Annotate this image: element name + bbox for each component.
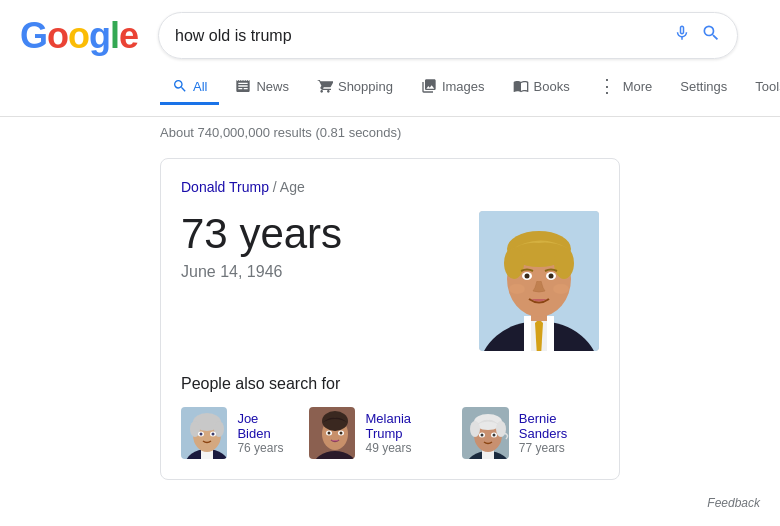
age-number: 73 years <box>181 211 342 257</box>
nav-item-books[interactable]: Books <box>501 70 582 105</box>
svg-point-13 <box>549 274 554 279</box>
breadcrumb-separator: / <box>273 179 280 195</box>
melania-info: Melania Trump 49 years <box>365 411 442 455</box>
nav-item-all[interactable]: All <box>160 70 219 105</box>
search-bar <box>158 12 738 59</box>
bernie-photo <box>462 407 509 459</box>
nav-item-images[interactable]: Images <box>409 70 497 105</box>
knowledge-panel: Donald Trump / Age 73 years June 14, 194… <box>160 158 620 480</box>
age-info: 73 years June 14, 1946 <box>181 211 342 281</box>
nav-bar: All News Shopping Images Books ⋮ More Se… <box>0 59 780 117</box>
feedback-link[interactable]: Feedback <box>707 496 760 510</box>
more-dots-icon: ⋮ <box>598 75 618 97</box>
trump-photo <box>479 211 599 351</box>
person-card-melania[interactable]: Melania Trump 49 years <box>309 407 442 459</box>
nav-images-label: Images <box>442 79 485 94</box>
tools-label: Tools <box>755 79 780 94</box>
breadcrumb-link[interactable]: Donald Trump <box>181 179 269 195</box>
microphone-icon[interactable] <box>673 21 691 50</box>
search-button-icon[interactable] <box>701 23 721 48</box>
biden-info: Joe Biden 76 years <box>237 411 289 455</box>
bernie-age: 77 years <box>519 441 599 455</box>
svg-point-26 <box>212 433 215 436</box>
google-logo[interactable]: Google <box>20 15 138 57</box>
melania-age: 49 years <box>365 441 442 455</box>
settings-label: Settings <box>680 79 727 94</box>
nav-news-label: News <box>256 79 289 94</box>
svg-point-12 <box>525 274 530 279</box>
results-count: About 740,000,000 results (0.81 seconds) <box>0 117 780 148</box>
breadcrumb-current: Age <box>280 179 305 195</box>
search-input[interactable] <box>175 27 663 45</box>
svg-point-33 <box>327 432 330 435</box>
svg-point-34 <box>339 432 342 435</box>
nav-more-label: More <box>623 79 653 94</box>
bernie-name[interactable]: Bernie Sanders <box>519 411 599 441</box>
people-title: People also search for <box>181 375 599 393</box>
feedback-row: Feedback <box>0 490 780 516</box>
biden-name[interactable]: Joe Biden <box>237 411 289 441</box>
melania-photo <box>309 407 355 459</box>
svg-point-44 <box>481 434 484 437</box>
people-section: People also search for <box>181 375 599 459</box>
nav-all-label: All <box>193 79 207 94</box>
birth-date: June 14, 1946 <box>181 263 342 281</box>
biden-age: 76 years <box>237 441 289 455</box>
breadcrumb: Donald Trump / Age <box>181 179 599 195</box>
nav-item-more[interactable]: ⋮ More <box>586 67 665 108</box>
svg-point-30 <box>322 411 348 431</box>
search-bar-wrap <box>158 12 738 59</box>
person-card-biden[interactable]: Joe Biden 76 years <box>181 407 289 459</box>
bernie-info: Bernie Sanders 77 years <box>519 411 599 455</box>
nav-tools[interactable]: Tools <box>743 71 780 105</box>
svg-point-8 <box>504 247 524 279</box>
nav-item-shopping[interactable]: Shopping <box>305 70 405 105</box>
svg-point-15 <box>553 284 569 294</box>
melania-name[interactable]: Melania Trump <box>365 411 442 441</box>
svg-point-25 <box>200 433 203 436</box>
nav-settings[interactable]: Settings <box>668 71 739 105</box>
nav-shopping-label: Shopping <box>338 79 393 94</box>
age-section: 73 years June 14, 1946 <box>181 211 599 351</box>
svg-point-14 <box>509 284 525 294</box>
nav-books-label: Books <box>534 79 570 94</box>
svg-point-9 <box>554 247 574 279</box>
biden-photo <box>181 407 227 459</box>
header: Google <box>0 0 780 59</box>
svg-point-45 <box>493 434 496 437</box>
person-card-bernie[interactable]: Bernie Sanders 77 years <box>462 407 599 459</box>
people-list: Joe Biden 76 years <box>181 407 599 459</box>
nav-item-news[interactable]: News <box>223 70 301 105</box>
